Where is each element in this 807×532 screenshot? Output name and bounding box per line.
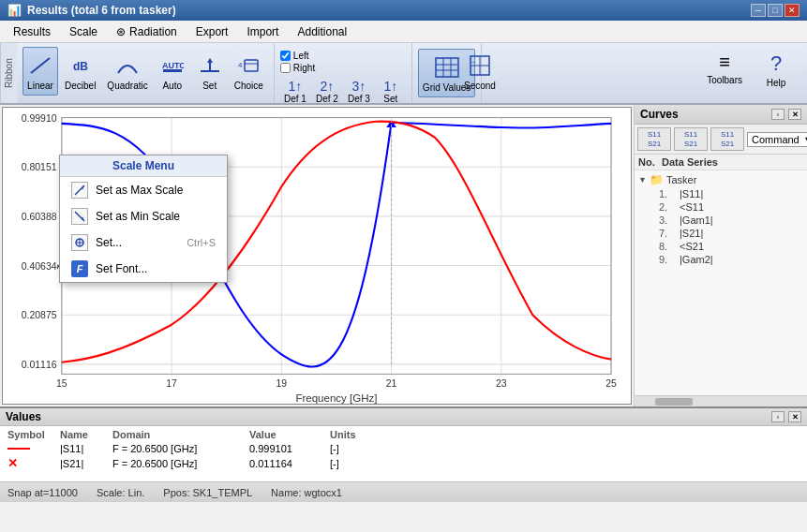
def-set-icon: 1↑ <box>383 79 397 94</box>
menu-scale[interactable]: Scale <box>60 21 107 43</box>
menu-additional[interactable]: Additional <box>288 21 356 43</box>
svg-text:4: 4 <box>238 61 243 69</box>
curves-horizontal-scrollbar[interactable] <box>635 395 807 406</box>
ribbon-grid-section: Grid Values ─ Second <box>412 43 483 103</box>
ribbon-right: ≡ Toolbars ? Help <box>700 43 807 103</box>
decibel-button[interactable]: dB Decibel <box>60 47 100 96</box>
tree-item-8[interactable]: 8. <S21 <box>638 240 803 253</box>
left-label: Left <box>293 51 309 61</box>
tree-item-2[interactable]: 2. <S11 <box>638 200 803 214</box>
auto-button[interactable]: AUTO Auto <box>155 47 190 96</box>
ribbon: Ribbon Linear dB Decibel <box>0 43 807 105</box>
line-red-icon <box>7 448 30 450</box>
svg-text:21: 21 <box>386 377 397 389</box>
s21-units: [-] <box>330 458 358 469</box>
right-label: Right <box>293 63 315 73</box>
right-checkbox[interactable] <box>280 63 291 73</box>
auto-icon: AUTO <box>159 52 186 79</box>
close-button[interactable]: ✕ <box>785 4 800 17</box>
set-min-scale-item[interactable]: Set as Min Scale <box>60 203 227 229</box>
linear-button[interactable]: Linear <box>22 47 58 96</box>
svg-text:0.60388: 0.60388 <box>22 211 57 222</box>
left-checkbox-item[interactable]: Left <box>280 51 309 61</box>
minimize-button[interactable]: ─ <box>751 4 766 17</box>
set-max-scale-item[interactable]: Set as Max Scale <box>60 177 227 203</box>
cross-red-icon: ✕ <box>7 456 18 470</box>
svg-text:0.20875: 0.20875 <box>22 309 57 320</box>
s11-name: |S11| <box>60 443 97 454</box>
command-dropdown[interactable]: Command ▼ <box>747 132 807 147</box>
curves-tree: ▼ 📁 Tasker 1. |S11| 2. <S11 3. |Gam1| 7.… <box>635 170 807 395</box>
tree-item-9[interactable]: 9. |Gam2| <box>638 253 803 266</box>
choice-button[interactable]: 4 Choice <box>230 47 268 96</box>
maximize-button[interactable]: □ <box>768 4 783 17</box>
quadratic-button[interactable]: Quadratic <box>102 47 152 96</box>
set-label: Set... <box>96 236 122 249</box>
tree-arrow-icon: ▼ <box>638 175 647 185</box>
svg-line-0 <box>31 58 50 73</box>
tree-item-1-value: |S11| <box>680 188 703 200</box>
values-table: Symbol Name Domain Value Units |S11| F =… <box>0 426 807 474</box>
decibel-label: Decibel <box>65 81 96 91</box>
right-checkbox-item[interactable]: Right <box>280 63 315 73</box>
app-icon: 📊 <box>7 4 22 17</box>
col-value: Value <box>249 429 315 440</box>
linear-label: Linear <box>27 81 53 91</box>
status-name: Name: wgtocx1 <box>271 487 342 498</box>
left-checkbox[interactable] <box>280 51 291 61</box>
menu-export[interactable]: Export <box>187 21 238 43</box>
choice-label: Choice <box>234 81 263 91</box>
folder-icon: 📁 <box>650 173 664 186</box>
menu-radiation[interactable]: ⊛ Radiation <box>107 21 187 43</box>
quadratic-icon <box>114 52 141 79</box>
col-units: Units <box>330 429 358 440</box>
svg-text:Frequency [GHz]: Frequency [GHz] <box>295 392 377 404</box>
def2-button[interactable]: 2↑ Def 2 <box>312 77 342 99</box>
set-shortcut: Ctrl+S <box>187 237 216 248</box>
svg-text:15: 15 <box>56 377 67 389</box>
tree-item-1[interactable]: 1. |S11| <box>638 187 803 200</box>
set-max-label: Set as Max Scale <box>96 184 183 197</box>
s-param-tab-1[interactable]: S11S21 <box>637 127 671 151</box>
tree-item-7[interactable]: 7. |S21| <box>638 227 803 240</box>
svg-text:25: 25 <box>605 377 617 389</box>
def3-button[interactable]: 3↑ Def 3 <box>344 77 374 99</box>
curves-title: Curves <box>640 108 679 121</box>
menu-results[interactable]: Results <box>4 21 60 43</box>
ribbon-label: Ribbon <box>0 43 17 103</box>
second-button[interactable]: ─ Second <box>459 47 501 96</box>
curves-restore-button[interactable]: ▫ <box>771 109 785 120</box>
def1-button[interactable]: 1↑ Def 1 <box>280 77 310 99</box>
tree-item-7-value: |S21| <box>680 228 703 239</box>
s-param-tab-3[interactable]: S11S21 <box>710 127 744 151</box>
tree-item-3[interactable]: 3. |Gam1| <box>638 214 803 227</box>
toolbars-icon: ≡ <box>719 52 730 73</box>
scrollbar-thumb[interactable] <box>655 398 693 406</box>
tree-item-2-no: 2. <box>659 201 680 213</box>
s-param-tab-2[interactable]: S11S21 <box>674 127 708 151</box>
values-row-s21: ✕ |S21| F = 20.6500 [GHz] 0.011164 [-] <box>7 455 800 471</box>
set-button[interactable]: Set <box>192 47 228 96</box>
values-close-button[interactable]: ✕ <box>788 411 801 422</box>
set-item[interactable]: Set... Ctrl+S <box>60 229 227 256</box>
help-button[interactable]: ? Help <box>753 49 800 97</box>
s11-units: [-] <box>330 443 358 454</box>
def-set-button[interactable]: 1↑ Set <box>376 77 406 99</box>
ribbon-lr-section: Left Right 1↑ Def 1 2↑ Def 2 3↑ Def 3 <box>275 43 412 103</box>
menu-import[interactable]: Import <box>237 21 288 43</box>
set-font-item[interactable]: F Set Font... <box>60 256 227 282</box>
col-data-series-header: Data Series <box>662 156 803 168</box>
scale-set-icon <box>71 234 88 251</box>
values-restore-button[interactable]: ▫ <box>771 411 785 422</box>
quadratic-label: Quadratic <box>107 81 147 91</box>
decibel-icon: dB <box>67 52 94 79</box>
svg-text:17: 17 <box>166 377 177 389</box>
toolbars-button[interactable]: ≡ Toolbars <box>700 49 749 97</box>
curves-close-button[interactable]: ✕ <box>788 109 801 120</box>
svg-rect-3 <box>163 69 182 72</box>
tree-item-8-no: 8. <box>659 241 680 252</box>
svg-text:23: 23 <box>496 377 507 389</box>
def1-icon: 1↑ <box>288 79 302 94</box>
tree-item-3-no: 3. <box>659 214 680 226</box>
tree-group-label: Tasker <box>666 174 696 185</box>
